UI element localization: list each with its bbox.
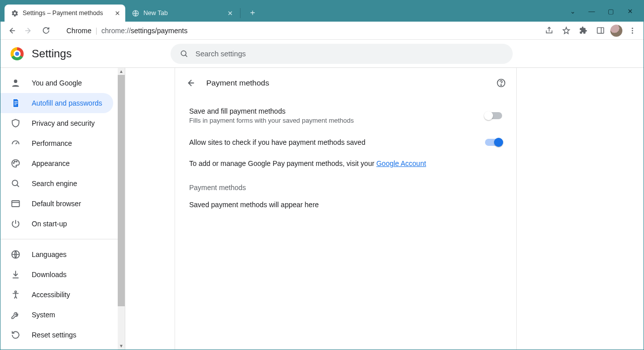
empty-state-text: Saved payment methods will appear here [189,201,502,209]
scroll-thumb[interactable] [118,75,125,306]
reload-button[interactable] [39,24,53,38]
back-arrow-icon[interactable] [185,78,195,88]
back-button[interactable] [5,24,19,38]
sidebar-item-autofill-passwords[interactable]: Autofill and passwords [1,93,113,113]
tab-title: New Tab [143,10,168,17]
toggle-allow-check[interactable] [485,139,502,146]
chevron-down-icon[interactable]: ⌄ [568,8,577,15]
setting-title: Allow sites to check if you have payment… [189,138,485,146]
sidebar-item-languages[interactable]: Languages [1,244,113,265]
tab-title: Settings – Payment methods [23,10,103,17]
svg-line-13 [17,185,19,187]
sidebar-item-on-startup[interactable]: On start-up [1,214,113,234]
svg-point-4 [632,30,633,31]
svg-point-17 [15,291,16,293]
forward-button[interactable] [22,24,36,38]
sidebar-item-privacy-security[interactable]: Privacy and security [1,113,113,133]
gpay-message: To add or manage Google Pay payment meth… [189,153,502,181]
svg-point-5 [632,32,633,34]
sidebar: You and Google Autofill and passwords Pr… [1,68,120,349]
extensions-icon[interactable] [576,24,590,38]
sidebar-item-you-and-google[interactable]: You and Google [1,73,113,93]
person-icon [11,78,21,88]
close-icon[interactable]: ✕ [221,10,233,17]
sidebar-item-appearance[interactable]: Appearance [1,153,113,173]
sidebar-item-downloads[interactable]: Downloads [1,265,113,285]
browser-tab-active[interactable]: Settings – Payment methods ✕ [5,5,125,22]
search-icon [180,49,189,58]
wrench-icon [11,310,21,320]
page-title: Settings [32,47,72,60]
search-placeholder: Search settings [196,50,246,58]
setting-title: Save and fill payment methods [189,107,485,115]
svg-point-11 [16,161,17,162]
new-tab-button[interactable]: ＋ [246,6,260,20]
svg-line-7 [185,55,187,57]
close-window-button[interactable]: ✕ [625,8,634,15]
profile-avatar[interactable] [610,25,622,37]
search-icon [11,179,21,189]
maximize-button[interactable]: ▢ [606,8,615,15]
gear-icon [11,9,19,17]
close-icon[interactable]: ✕ [109,10,120,17]
sidebar-item-search-engine[interactable]: Search engine [1,173,113,194]
sidepanel-icon[interactable] [593,24,607,38]
sidebar-scrollbar[interactable]: ▲ ▼ [118,68,125,349]
search-input[interactable]: Search settings [171,44,513,64]
shield-icon [11,118,21,128]
sidebar-item-reset-settings[interactable]: Reset settings [1,325,113,345]
scroll-down-icon[interactable]: ▼ [118,342,125,349]
minimize-button[interactable]: ― [587,8,596,15]
svg-point-12 [12,180,18,186]
setting-allow-check: Allow sites to check if you have payment… [189,131,502,153]
url-full: chrome://settings/payments [101,27,187,35]
sidebar-item-default-browser[interactable]: Default browser [1,194,113,214]
palette-icon [11,158,21,168]
svg-point-8 [14,79,18,83]
browser-icon [11,199,21,209]
bookmark-icon[interactable] [559,24,573,38]
setting-subtitle: Fills in payment forms with your saved p… [189,117,485,124]
download-icon [11,270,21,280]
accessibility-icon [11,290,21,300]
svg-point-9 [13,162,14,163]
svg-point-6 [181,51,186,56]
chrome-logo-icon [11,47,24,60]
help-icon[interactable] [496,78,506,88]
sidebar-item-system[interactable]: System [1,305,113,325]
power-icon [11,219,21,229]
svg-point-3 [632,28,633,29]
kebab-menu-icon[interactable] [625,24,639,38]
svg-rect-14 [12,201,20,207]
google-account-link[interactable]: Google Account [376,159,426,167]
section-title: Payment methods [206,78,485,88]
autofill-icon [11,98,21,108]
globe-icon [11,249,21,259]
reset-icon [11,330,21,340]
sidebar-item-performance[interactable]: Performance [1,133,113,153]
svg-point-10 [15,161,16,162]
speedometer-icon [11,138,21,148]
globe-icon [131,9,139,17]
toggle-save-fill[interactable] [485,112,502,119]
browser-tab[interactable]: New Tab ✕ [125,5,238,22]
svg-rect-1 [597,28,604,33]
sidebar-item-accessibility[interactable]: Accessibility [1,285,113,305]
svg-point-19 [501,84,502,85]
address-bar[interactable]: Chrome | chrome://settings/payments [56,23,539,38]
section-label: Payment methods [189,181,502,201]
scroll-up-icon[interactable]: ▲ [118,68,125,75]
tab-sep [240,8,240,18]
setting-save-fill: Save and fill payment methods Fills in p… [189,100,502,131]
url-host: Chrome [66,27,92,35]
share-icon[interactable] [542,24,556,38]
